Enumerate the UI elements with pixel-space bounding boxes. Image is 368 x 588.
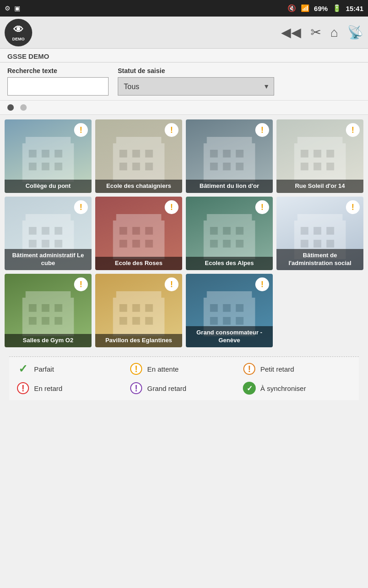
svg-rect-54 xyxy=(223,240,231,248)
exclamation-icon: ! xyxy=(351,125,354,135)
svg-rect-38 xyxy=(42,240,50,248)
legend-label: En retard xyxy=(34,384,63,392)
logo-text: DEMO xyxy=(12,37,25,41)
top-bar-actions: ◀◀ ✂ ⌂ 📡 xyxy=(281,25,363,40)
svg-rect-87 xyxy=(236,317,244,325)
building-card[interactable]: !Ecoles des Alpes xyxy=(186,197,273,270)
home-button[interactable]: ⌂ xyxy=(330,25,338,40)
building-name: Rue Soleil d'or 14 xyxy=(276,180,363,193)
svg-rect-77 xyxy=(120,317,127,325)
svg-rect-27 xyxy=(314,150,322,158)
svg-rect-29 xyxy=(301,163,309,170)
svg-rect-49 xyxy=(207,214,252,224)
svg-rect-67 xyxy=(42,304,50,312)
status-label: Statut de saisie xyxy=(118,67,274,74)
svg-rect-1 xyxy=(26,137,71,147)
svg-rect-85 xyxy=(210,317,218,325)
page-dot-2[interactable] xyxy=(20,104,27,111)
top-bar: 👁 DEMO ◀◀ ✂ ⌂ 📡 xyxy=(0,17,368,49)
svg-rect-34 xyxy=(29,227,37,235)
exclamation-icon: ! xyxy=(170,280,173,289)
svg-rect-45 xyxy=(120,240,127,248)
svg-rect-35 xyxy=(42,227,50,235)
status-filter-group: Statut de saisie Tous Parfait En attente… xyxy=(118,67,274,96)
building-name: Ecole des chataigniers xyxy=(95,180,182,193)
svg-rect-79 xyxy=(145,317,153,325)
svg-rect-39 xyxy=(55,240,63,248)
svg-rect-86 xyxy=(223,317,231,325)
search-input[interactable] xyxy=(7,77,109,96)
svg-rect-60 xyxy=(327,227,334,235)
svg-rect-74 xyxy=(120,304,127,312)
building-name: Ecole des Roses xyxy=(95,257,182,270)
svg-rect-82 xyxy=(210,304,218,312)
page-dot-1[interactable] xyxy=(7,104,14,111)
building-card[interactable]: !Salles de Gym O2 xyxy=(5,274,92,347)
svg-rect-75 xyxy=(132,304,140,312)
legend-label: En attente xyxy=(147,365,178,373)
svg-rect-83 xyxy=(223,304,231,312)
building-name: Grand consommateur - Genève xyxy=(186,326,273,347)
svg-rect-22 xyxy=(223,163,231,170)
svg-rect-65 xyxy=(26,291,71,301)
legend-item-grand-retard: !Grand retard xyxy=(130,382,238,395)
search-filter-group: Recherche texte xyxy=(7,67,109,96)
exclamation-icon: ! xyxy=(261,125,264,135)
building-status-badge: ! xyxy=(74,123,88,137)
svg-rect-33 xyxy=(26,214,71,224)
building-card[interactable]: !Grand consommateur - Genève xyxy=(186,274,273,347)
building-name: Bâtiment de l'administration social xyxy=(276,249,363,270)
svg-rect-44 xyxy=(145,227,153,235)
exclamation-icon: ! xyxy=(80,203,82,212)
svg-rect-7 xyxy=(55,163,63,170)
back-button[interactable]: ◀◀ xyxy=(281,25,301,40)
status-select[interactable]: Tous Parfait En attente Petit retard En … xyxy=(118,77,274,96)
svg-rect-11 xyxy=(132,150,140,158)
app-title: GSSE DEMO xyxy=(0,49,368,62)
svg-rect-19 xyxy=(223,150,231,158)
building-name: Bâtiment administratif Le cube xyxy=(5,249,92,270)
svg-rect-66 xyxy=(29,304,37,312)
battery-level: 69% xyxy=(314,5,328,12)
building-status-badge: ! xyxy=(74,277,88,291)
svg-rect-13 xyxy=(120,163,127,170)
svg-rect-43 xyxy=(132,227,140,235)
building-card[interactable]: !Bâtiment administratif Le cube xyxy=(5,197,92,270)
exclamation-icon: ! xyxy=(261,203,264,212)
status-bar-right: 🔇 📶 69% 🔋 15:41 xyxy=(288,4,363,12)
svg-rect-62 xyxy=(314,240,322,248)
svg-rect-15 xyxy=(145,163,153,170)
building-name: Collège du pont xyxy=(5,180,92,193)
exclamation-icon: ! xyxy=(261,280,264,289)
building-card[interactable]: !Bâtiment de l'administration social xyxy=(276,197,363,270)
svg-rect-5 xyxy=(29,163,37,170)
svg-rect-26 xyxy=(301,150,309,158)
building-card[interactable]: !Ecole des chataigniers xyxy=(95,119,182,193)
green-check-icon: ✓ xyxy=(17,362,29,375)
building-status-badge: ! xyxy=(255,200,269,214)
building-status-badge: ! xyxy=(255,277,269,291)
svg-rect-6 xyxy=(42,163,50,170)
building-card[interactable]: !Ecole des Roses xyxy=(95,197,182,270)
settings-button[interactable]: ✂ xyxy=(310,25,321,40)
sync-icon: ✓ xyxy=(243,382,256,395)
building-card[interactable]: !Pavillon des Eglantines xyxy=(95,274,182,347)
building-name: Pavillon des Eglantines xyxy=(95,334,182,347)
purple-exclamation-icon: ! xyxy=(130,382,143,395)
legend-wrapper: ✓Parfait!En attente!Petit retard!En reta… xyxy=(0,356,368,400)
svg-rect-84 xyxy=(236,304,244,312)
legend-item-a-synchroniser: ✓À synchroniser xyxy=(243,382,351,395)
svg-rect-58 xyxy=(301,227,309,235)
building-card[interactable]: !Collège du pont xyxy=(5,119,92,193)
building-card[interactable]: !Rue Soleil d'or 14 xyxy=(276,119,363,193)
svg-rect-47 xyxy=(145,240,153,248)
svg-rect-14 xyxy=(132,163,140,170)
wifi-button[interactable]: 📡 xyxy=(347,25,363,40)
building-name: Salles de Gym O2 xyxy=(5,334,92,347)
status-bar-left: ⚙ ▣ xyxy=(5,5,20,12)
status-bar: ⚙ ▣ 🔇 📶 69% 🔋 15:41 xyxy=(0,0,368,17)
buildings-grid: !Collège du pont !Ecole des chataigniers… xyxy=(0,115,368,352)
svg-rect-30 xyxy=(314,163,322,170)
building-status-badge: ! xyxy=(165,277,178,291)
building-card[interactable]: !Bâtiment du lion d'or xyxy=(186,119,273,193)
